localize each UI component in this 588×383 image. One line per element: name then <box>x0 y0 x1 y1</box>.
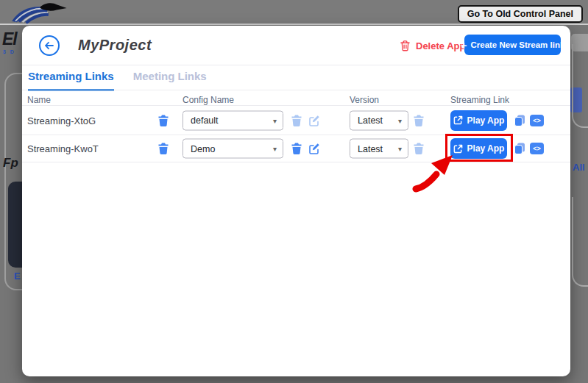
chevron-down-icon: ▾ <box>398 116 402 124</box>
config-name-value: default <box>191 115 219 126</box>
delete-app-label: Delete App <box>416 40 465 51</box>
view-all-link[interactable]: All <box>573 162 585 173</box>
embed-code-icon[interactable]: <> <box>530 115 544 126</box>
delete-config-icon[interactable] <box>291 115 302 126</box>
delete-config-icon[interactable] <box>291 143 302 154</box>
config-name-select[interactable]: Demo ▾ <box>183 139 283 159</box>
play-app-button-highlighted[interactable]: Play App <box>450 138 507 159</box>
delete-version-icon[interactable] <box>414 115 424 126</box>
background-wordmark: El <box>2 29 17 49</box>
background-card-corner-bottom <box>572 197 588 287</box>
divider <box>22 162 570 162</box>
play-app-label: Play App <box>467 143 505 154</box>
external-link-icon <box>453 144 463 154</box>
create-new-stream-link-button[interactable]: + Create New Stream link <box>464 35 561 55</box>
stream-name: Streaming-KwoT <box>27 143 99 154</box>
background-card-title: Fp <box>3 156 18 171</box>
config-name-select[interactable]: default ▾ <box>183 110 283 130</box>
chevron-down-icon: ▾ <box>273 116 277 124</box>
plus-icon: + <box>461 40 467 51</box>
delete-version-icon[interactable] <box>414 143 424 154</box>
create-button-label: Create New Stream link <box>470 40 564 49</box>
play-app-label: Play App <box>467 115 505 126</box>
external-link-icon <box>453 115 463 125</box>
background-card-link: E <box>14 271 21 282</box>
version-value: Latest <box>358 115 383 126</box>
play-app-button[interactable]: Play App <box>450 110 507 131</box>
delete-stream-icon[interactable] <box>158 115 169 126</box>
back-arrow-icon <box>43 40 55 51</box>
tab-streaming-links[interactable]: Streaming Links <box>28 70 114 91</box>
page-title: MyProject <box>78 37 152 54</box>
eagle-logo <box>10 1 74 28</box>
version-value: Latest <box>358 143 383 154</box>
stream-name: Streaming-XtoG <box>27 115 96 126</box>
edit-config-icon[interactable] <box>308 143 320 154</box>
tab-bar: Streaming Links Meeting Links <box>28 70 207 91</box>
embed-code-icon[interactable]: <> <box>530 143 544 154</box>
table-row: Streaming-KwoT Demo ▾ Latest ▾ <box>22 135 570 162</box>
back-button[interactable] <box>39 35 60 56</box>
delete-stream-icon[interactable] <box>158 143 169 154</box>
background-card-corner-top <box>572 44 588 128</box>
chevron-down-icon: ▾ <box>273 145 277 153</box>
version-select[interactable]: Latest ▾ <box>350 110 408 130</box>
background-wordmark-subtitle: 3 D <box>3 49 15 54</box>
column-header-streaming-link: Streaming Link <box>450 95 509 105</box>
divider <box>22 65 570 65</box>
copy-link-icon[interactable] <box>514 114 526 126</box>
copy-link-icon[interactable] <box>514 143 526 155</box>
column-header-config-name: Config Name <box>183 95 234 105</box>
trash-outline-icon <box>400 40 411 51</box>
project-modal: MyProject Delete App + Create New Stream… <box>22 26 570 376</box>
go-to-old-control-panel-button[interactable]: Go To Old Control Panel <box>458 5 583 23</box>
column-header-name: Name <box>27 95 51 105</box>
table-row: Streaming-XtoG default ▾ Latest ▾ <box>22 106 570 135</box>
config-name-value: Demo <box>191 143 215 154</box>
tab-meeting-links[interactable]: Meeting Links <box>133 70 207 91</box>
version-select[interactable]: Latest ▾ <box>350 139 408 159</box>
chevron-down-icon: ▾ <box>398 145 402 153</box>
delete-app-button[interactable]: Delete App <box>400 40 465 51</box>
column-header-version: Version <box>350 95 379 105</box>
edit-config-icon[interactable] <box>308 115 320 126</box>
divider <box>22 90 570 90</box>
